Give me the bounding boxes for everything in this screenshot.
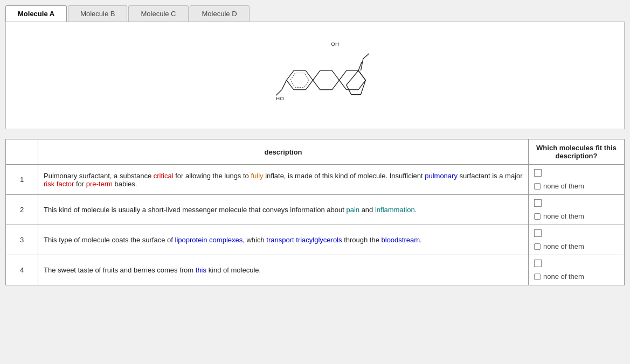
none-of-them-label: none of them: [543, 272, 584, 281]
col-header-description: description: [38, 139, 529, 165]
tab-molecule-b[interactable]: Molecule B: [68, 5, 127, 22]
answer-options: none of them: [534, 199, 619, 220]
checkbox-none-of-them[interactable]: [534, 274, 541, 280]
none-of-them-label: none of them: [543, 212, 584, 220]
molecule-checkboxes: [534, 229, 542, 237]
row-number: 4: [6, 255, 38, 285]
tabs-container: Molecule A Molecule B Molecule C Molecul…: [5, 5, 625, 22]
checkbox-molecule-a[interactable]: [534, 229, 542, 237]
table-row: 4 The sweet taste of fruits and berries …: [6, 255, 625, 285]
tab-molecule-c[interactable]: Molecule C: [128, 5, 188, 22]
row-number: 3: [6, 225, 38, 255]
checkbox-molecule-a[interactable]: [534, 169, 542, 177]
table-row: 3 This type of molecule coats the surfac…: [6, 225, 625, 255]
molecule-structure-svg: OH HO: [261, 32, 369, 118]
svg-line-7: [361, 59, 363, 71]
svg-marker-3: [290, 73, 309, 88]
svg-line-10: [276, 90, 282, 96]
svg-text:OH: OH: [331, 41, 339, 47]
checkbox-none-of-them[interactable]: [534, 243, 541, 250]
question-table: description Which molecules fit this des…: [5, 139, 625, 285]
answer-options: none of them: [534, 260, 619, 281]
row-description: This kind of molecule is usually a short…: [38, 195, 529, 225]
svg-text:HO: HO: [276, 95, 284, 101]
table-row: 1 Pulmonary surfactant, a substance crit…: [6, 165, 625, 195]
tab-molecule-a[interactable]: Molecule A: [5, 5, 67, 22]
checkbox-molecule-a[interactable]: [534, 199, 542, 207]
none-of-them-row: none of them: [534, 182, 584, 190]
row-answer-cell: none of them: [529, 255, 625, 285]
molecule-checkboxes: [534, 199, 542, 207]
svg-marker-6: [346, 71, 365, 94]
molecule-display-panel: OH HO: [5, 22, 625, 129]
checkbox-molecule-a[interactable]: [534, 260, 542, 267]
answer-options: none of them: [534, 229, 619, 250]
none-of-them-row: none of them: [534, 272, 584, 281]
molecule-checkboxes: [534, 169, 542, 177]
molecule-checkboxes: [534, 260, 542, 267]
row-answer-cell: none of them: [529, 165, 625, 195]
row-number: 2: [6, 195, 38, 225]
col-header-answer: Which molecules fit this description?: [529, 139, 625, 165]
checkbox-none-of-them[interactable]: [534, 213, 541, 220]
none-of-them-label: none of them: [543, 242, 584, 250]
row-description: Pulmonary surfactant, a substance critic…: [38, 165, 529, 195]
svg-line-9: [281, 80, 286, 90]
none-of-them-label: none of them: [543, 182, 584, 190]
table-row: 2 This kind of molecule is usually a sho…: [6, 195, 625, 225]
row-description: This type of molecule coats the surface …: [38, 225, 529, 255]
row-number: 1: [6, 165, 38, 195]
svg-marker-4: [313, 71, 339, 90]
answer-options: none of them: [534, 169, 619, 190]
row-answer-cell: none of them: [529, 225, 625, 255]
none-of-them-row: none of them: [534, 212, 584, 220]
row-answer-cell: none of them: [529, 195, 625, 225]
tab-molecule-d[interactable]: Molecule D: [190, 5, 250, 22]
none-of-them-row: none of them: [534, 242, 584, 250]
row-description: The sweet taste of fruits and berries co…: [38, 255, 529, 285]
svg-line-8: [363, 52, 369, 59]
svg-marker-5: [339, 71, 365, 90]
col-header-num: [6, 139, 38, 165]
checkbox-none-of-them[interactable]: [534, 183, 541, 190]
